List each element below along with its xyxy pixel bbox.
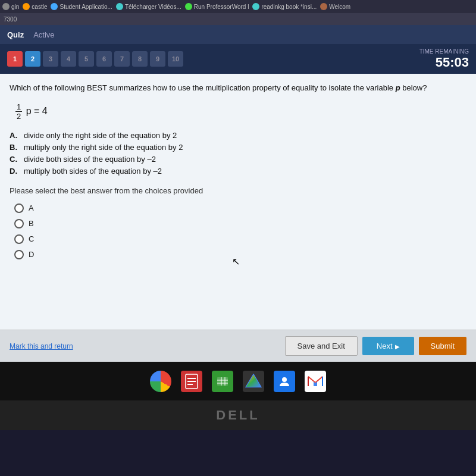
question-text: Which of the following BEST summarizes h… <box>10 82 466 94</box>
equation-rest: p = 4 <box>26 106 48 116</box>
quiz-title: Quiz <box>7 30 24 39</box>
answer-c-letter: C. <box>10 155 20 164</box>
answer-b-letter: B. <box>10 143 20 152</box>
answer-d-letter: D. <box>10 167 20 176</box>
action-buttons: Save and Exit Next Submit <box>285 336 466 356</box>
q-num-7[interactable]: 7 <box>114 51 130 67</box>
tab-label-professor: Run ProfessorWord l <box>194 4 249 10</box>
q-num-10[interactable]: 10 <box>168 51 183 67</box>
tab-reading[interactable]: readinkg book *insi... <box>252 3 317 10</box>
radio-circle-b[interactable] <box>14 219 24 228</box>
contacts-icon[interactable] <box>274 371 295 392</box>
radio-circle-a[interactable] <box>14 203 24 213</box>
chrome-icon[interactable] <box>150 371 171 392</box>
answer-d: D. multiply both sides of the equation b… <box>10 167 466 176</box>
tab-icon-student <box>51 3 58 10</box>
answer-a: A. divide only the right side of the equ… <box>10 131 466 140</box>
radio-label-a: A <box>29 203 34 212</box>
radio-label-d: D <box>29 250 34 259</box>
time-label: TIME REMAINING <box>419 48 469 55</box>
address-text: 7300 <box>4 16 17 23</box>
question-numbers: 1 2 3 4 5 6 7 8 9 10 <box>7 51 183 67</box>
answer-c: C. divide both sides of the equation by … <box>10 155 466 164</box>
tab-icon-telecharger <box>116 3 123 10</box>
q-num-5[interactable]: 5 <box>79 51 94 67</box>
dell-logo: DELL <box>216 408 259 423</box>
tab-label-student: Student Applicatio... <box>60 4 112 10</box>
drive-icon[interactable] <box>243 371 264 392</box>
svg-marker-11 <box>246 375 261 387</box>
q-num-3[interactable]: 3 <box>43 51 58 67</box>
q-num-2[interactable]: 2 <box>25 51 40 67</box>
tab-icon-gin <box>2 3 10 10</box>
tab-label-gin: gin <box>11 4 19 10</box>
gmail-icon[interactable] <box>305 371 326 392</box>
answer-a-text: divide only the right side of the equati… <box>24 131 177 140</box>
answers-list: A. divide only the right side of the equ… <box>10 131 466 176</box>
tab-icon-welcome <box>320 3 327 10</box>
tab-icon-castle <box>23 3 30 10</box>
radio-label-b: B <box>29 219 34 228</box>
q-num-9[interactable]: 9 <box>150 51 165 67</box>
time-value: 55:03 <box>419 55 469 70</box>
q-num-6[interactable]: 6 <box>96 51 112 67</box>
dell-bar: DELL <box>0 400 476 430</box>
radio-option-a[interactable]: A <box>14 203 466 213</box>
docs-icon[interactable] <box>181 371 202 392</box>
radio-option-b[interactable]: B <box>14 219 466 228</box>
answer-b-text: multiply only the right side of the equa… <box>24 143 183 152</box>
tab-label-telecharger: Télécharger Vidéos... <box>125 4 181 10</box>
answer-c-text: divide both sides of the equation by –2 <box>24 155 156 164</box>
q-num-8[interactable]: 8 <box>132 51 148 67</box>
radio-option-c[interactable]: C <box>14 234 466 244</box>
tab-label-reading: readinkg book *insi... <box>261 4 317 10</box>
mark-return-link[interactable]: Mark this and return <box>10 342 73 350</box>
time-remaining: TIME REMAINING 55:03 <box>419 48 469 70</box>
taskbar <box>0 362 476 400</box>
quiz-header: Quiz Active <box>0 25 476 44</box>
radio-circle-c[interactable] <box>14 234 24 244</box>
radio-circle-d[interactable] <box>14 250 24 259</box>
browser-tab-bar: gin castle Student Applicatio... Télécha… <box>0 0 476 13</box>
next-button[interactable]: Next <box>362 337 414 355</box>
save-exit-button[interactable]: Save and Exit <box>285 336 358 356</box>
tab-icon-professor <box>185 3 192 10</box>
equation-box: 1 2 p = 4 <box>15 102 466 121</box>
answer-a-letter: A. <box>10 131 20 140</box>
tab-icon-reading <box>252 3 259 10</box>
tab-gin[interactable]: gin <box>2 3 19 10</box>
answer-d-text: multiply both sides of the equation by –… <box>24 167 162 176</box>
fraction-denominator: 2 <box>15 112 22 121</box>
radio-label-c: C <box>29 234 34 243</box>
quiz-content: Which of the following BEST summarizes h… <box>0 74 476 330</box>
instruction-text: Please select the best answer from the c… <box>10 186 466 195</box>
tab-label-castle: castle <box>32 4 47 10</box>
tab-castle[interactable]: castle <box>23 3 47 10</box>
submit-button[interactable]: Submit <box>419 337 466 355</box>
radio-option-d[interactable]: D <box>14 250 466 259</box>
answer-b: B. multiply only the right side of the e… <box>10 143 466 152</box>
tab-student[interactable]: Student Applicatio... <box>51 3 112 10</box>
q-num-1[interactable]: 1 <box>7 51 23 67</box>
question-nav-bar: 1 2 3 4 5 6 7 8 9 10 TIME REMAINING 55:0… <box>0 44 476 74</box>
tab-professor[interactable]: Run ProfessorWord l <box>185 3 249 10</box>
q-num-4[interactable]: 4 <box>61 51 76 67</box>
svg-rect-5 <box>217 377 228 386</box>
tab-telecharger[interactable]: Télécharger Vidéos... <box>116 3 181 10</box>
radio-group: A B C D <box>14 203 466 259</box>
sheets-icon[interactable] <box>212 371 233 392</box>
tab-label-welcome: Welcom <box>329 4 350 10</box>
svg-point-12 <box>282 377 287 382</box>
quiz-status: Active <box>33 30 54 39</box>
action-bar: Mark this and return Save and Exit Next … <box>0 330 476 362</box>
equation-fraction: 1 2 <box>15 102 22 121</box>
tab-welcome[interactable]: Welcom <box>320 3 350 10</box>
fraction-numerator: 1 <box>15 102 22 112</box>
address-bar: 7300 <box>0 13 476 25</box>
